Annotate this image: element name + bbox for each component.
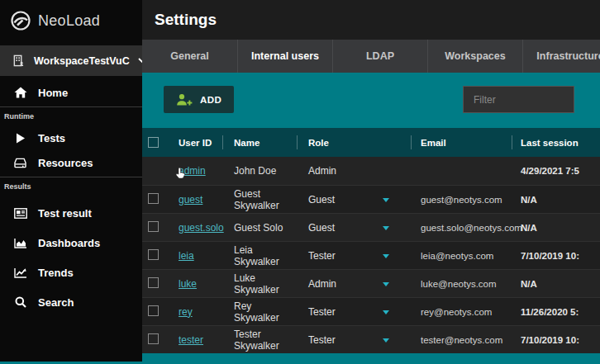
last-session: 7/10/2019 10: (512, 251, 600, 261)
column-header-last-session[interactable]: Last session (512, 128, 600, 157)
last-session: 7/10/2019 10: (512, 335, 600, 345)
last-session: N/A (512, 195, 600, 205)
table-body: admin John Doe Admin 4/29/2021 7:5 guest… (142, 157, 600, 353)
user-id-cell: guest (167, 194, 222, 206)
sidebar-item-tests[interactable]: Tests (0, 126, 142, 149)
sidebar-item-dashboards[interactable]: Dashboards (0, 231, 142, 254)
sidebar-item-label: Search (38, 296, 74, 309)
app-root: NeoLoad WorkspaceTestVuC Home Runtime (0, 0, 600, 364)
sidebar: NeoLoad WorkspaceTestVuC Home Runtime (0, 0, 142, 364)
last-session: N/A (512, 279, 600, 289)
row-checkbox[interactable] (148, 221, 159, 232)
user-role: Tester (308, 306, 336, 318)
user-name: Luke Skywalker (222, 272, 297, 295)
column-header-name[interactable]: Name (222, 128, 297, 157)
user-role: Tester (308, 334, 336, 346)
page-title: Settings (155, 11, 217, 29)
table-row[interactable]: admin John Doe Admin 4/29/2021 7:5 (142, 157, 600, 185)
user-id-link[interactable]: rey (179, 306, 193, 318)
trend-line-icon (13, 267, 27, 278)
user-role: Guest (308, 194, 335, 206)
select-all-checkbox[interactable] (148, 137, 159, 148)
row-checkbox[interactable] (148, 333, 159, 344)
sidebar-item-test-result[interactable]: Test result (0, 201, 142, 225)
row-checkbox[interactable] (148, 277, 159, 288)
sidebar-divider (0, 177, 142, 177)
role-cell: Guest (297, 194, 411, 206)
workspace-icon (12, 54, 26, 67)
role-cell: Guest (297, 222, 411, 234)
row-checkbox[interactable] (148, 249, 159, 260)
table-row[interactable]: tester Tester Skywalker Tester tester@ne… (142, 325, 600, 353)
table-row[interactable]: guest.solo Guest Solo Guest guest.solo@n… (142, 213, 600, 241)
row-checkbox-cell (142, 305, 167, 319)
role-cell: Admin (297, 165, 411, 177)
user-id-cell: guest.solo (167, 222, 222, 234)
user-id-link[interactable]: tester (179, 334, 203, 346)
users-table: User ID Name Role Email Last session adm… (142, 128, 600, 353)
user-id-cell: leia (167, 250, 222, 262)
user-name: Tester Skywalker (222, 329, 297, 352)
user-name: Rey Skywalker (222, 300, 297, 324)
tab-ldap[interactable]: LDAP (332, 40, 427, 73)
role-dropdown-caret-icon[interactable] (383, 198, 389, 202)
role-dropdown-caret-icon[interactable] (383, 310, 389, 314)
row-checkbox-cell (142, 193, 167, 206)
area-chart-icon (13, 238, 27, 248)
runtime-section-label: Runtime (0, 110, 142, 125)
play-icon (13, 133, 27, 144)
sidebar-item-home[interactable]: Home (0, 81, 142, 104)
table-row[interactable]: rey Rey Skywalker Tester rey@neotys.com … (142, 297, 600, 325)
role-dropdown-caret-icon[interactable] (383, 282, 389, 286)
role-cell: Tester (297, 250, 411, 262)
sidebar-item-trends[interactable]: Trends (0, 261, 142, 284)
sidebar-item-label: Resources (38, 157, 93, 169)
table-row[interactable]: leia Leia Skywalker Tester leia@neotys.c… (142, 241, 600, 269)
user-id-cell: tester (167, 334, 222, 346)
internal-users-content: ADD User ID Name Role Email Last session (142, 73, 600, 364)
workspace-name: WorkspaceTestVuC (34, 55, 130, 67)
row-checkbox[interactable] (148, 305, 159, 316)
settings-tabs: General Internal users LDAP Workspaces I… (142, 40, 600, 73)
sidebar-item-resources[interactable]: Resources (0, 151, 142, 174)
user-id-cell: rey (167, 306, 222, 318)
user-id-link[interactable]: leia (179, 250, 194, 262)
user-id-link[interactable]: guest (179, 194, 202, 206)
role-dropdown-caret-icon[interactable] (383, 226, 389, 230)
row-checkbox-cell (142, 249, 167, 262)
user-role: Admin (308, 278, 336, 290)
tab-general[interactable]: General (142, 40, 237, 73)
user-id-link[interactable]: guest.solo (179, 222, 224, 234)
drive-icon (13, 158, 27, 168)
column-header-role[interactable]: Role (297, 128, 411, 157)
last-session: 11/26/2020 5: (512, 307, 600, 317)
tab-internal-users[interactable]: Internal users (237, 40, 332, 73)
user-email: rey@neotys.com (411, 307, 512, 317)
column-header-email[interactable]: Email (411, 128, 512, 157)
neoload-logo[interactable]: NeoLoad (0, 0, 142, 41)
row-checkbox-cell (142, 221, 167, 234)
user-role: Tester (308, 250, 336, 262)
user-id-cell: admin (167, 165, 222, 177)
user-email: guest.solo@neotys.com (411, 223, 512, 233)
logo-text: NeoLoad (38, 12, 100, 30)
add-button-label: ADD (200, 95, 221, 105)
row-checkbox-cell (142, 333, 167, 347)
neoload-logo-icon (10, 10, 31, 31)
user-id-link[interactable]: luke (179, 278, 197, 290)
role-dropdown-caret-icon[interactable] (383, 254, 389, 258)
sidebar-item-search[interactable]: Search (0, 291, 142, 314)
table-row[interactable]: luke Luke Skywalker Admin luke@neotys.co… (142, 269, 600, 297)
tab-workspaces[interactable]: Workspaces (427, 40, 522, 73)
search-icon (13, 296, 27, 308)
add-user-button[interactable]: ADD (164, 86, 234, 113)
column-header-user-id[interactable]: User ID (167, 128, 222, 157)
row-checkbox[interactable] (148, 193, 159, 204)
table-row[interactable]: guest Guest Skywalker Guest guest@neotys… (142, 185, 600, 213)
sidebar-item-label: Home (38, 87, 68, 99)
tab-infrastructure[interactable]: Infrastructure (522, 40, 600, 73)
workspace-selector[interactable]: WorkspaceTestVuC (0, 45, 142, 76)
sidebar-item-label: Tests (38, 132, 65, 144)
role-dropdown-caret-icon[interactable] (383, 338, 389, 343)
filter-input[interactable] (463, 86, 574, 113)
